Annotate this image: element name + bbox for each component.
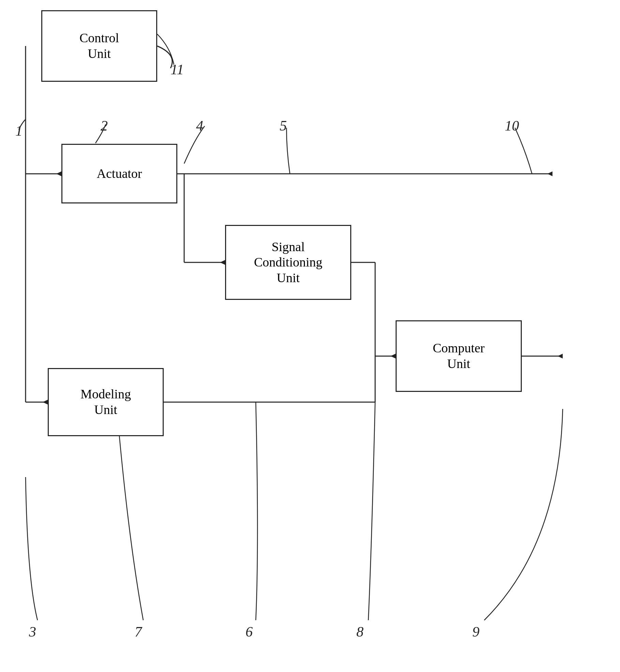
label-7: 7 [135, 624, 142, 640]
actuator-box: Actuator [61, 144, 177, 203]
modeling-unit-box: ModelingUnit [48, 368, 164, 436]
label-4: 4 [196, 118, 203, 134]
svg-marker-7 [220, 260, 225, 265]
svg-marker-11 [390, 354, 396, 358]
svg-marker-2 [56, 171, 61, 176]
control-unit-label: ControlUnit [79, 30, 119, 61]
label-5: 5 [280, 118, 287, 134]
modeling-unit-label: ModelingUnit [80, 386, 131, 417]
label-10: 10 [505, 118, 519, 134]
label-8: 8 [356, 624, 364, 640]
label-6: 6 [246, 624, 253, 640]
diagram-svg [0, 0, 620, 672]
label-2: 2 [101, 118, 108, 134]
control-unit-box: ControlUnit [41, 10, 157, 82]
actuator-label: Actuator [97, 166, 142, 182]
svg-marker-4 [547, 171, 552, 176]
svg-marker-16 [43, 400, 48, 404]
computer-unit-label: ComputerUnit [433, 340, 485, 371]
label-3: 3 [29, 624, 36, 640]
label-9: 9 [472, 624, 479, 640]
signal-conditioning-label: SignalConditioningUnit [254, 239, 323, 286]
diagram-container: ControlUnit Actuator SignalConditioningU… [0, 0, 620, 672]
label-11: 11 [171, 61, 184, 78]
signal-conditioning-box: SignalConditioningUnit [225, 225, 351, 300]
label-1: 1 [15, 123, 23, 139]
computer-unit-box: ComputerUnit [396, 320, 522, 392]
svg-marker-18 [558, 354, 563, 358]
